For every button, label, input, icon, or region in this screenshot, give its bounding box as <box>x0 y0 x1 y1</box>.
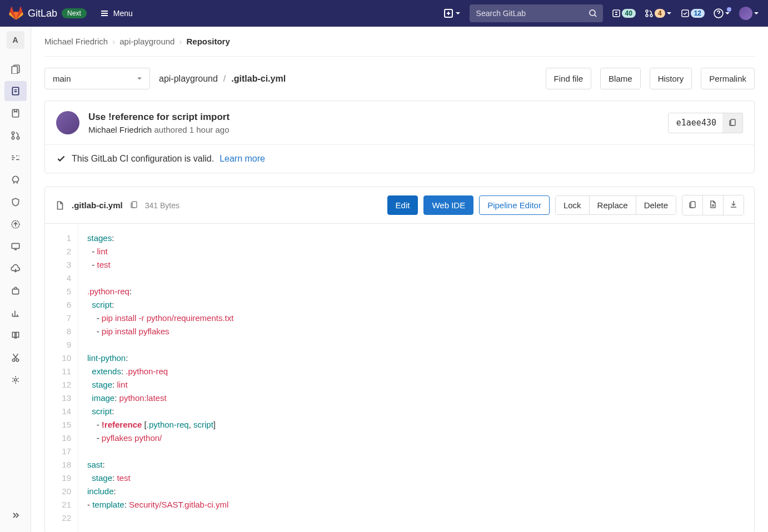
svg-point-19 <box>16 359 19 362</box>
deploy-icon <box>11 219 21 229</box>
ci-validation: This GitLab CI configuration is valid. L… <box>45 144 754 173</box>
sidebar-issues[interactable] <box>4 103 27 123</box>
breadcrumb-sep: › <box>179 37 182 46</box>
svg-point-14 <box>17 137 19 139</box>
commit-time: 1 hour ago <box>189 125 230 134</box>
svg-point-12 <box>12 132 14 134</box>
file-name: .gitlab-ci.yml <box>72 200 123 210</box>
sidebar-ci-cd[interactable] <box>4 148 27 168</box>
sidebar-security[interactable] <box>4 170 27 190</box>
sidebar-settings[interactable] <box>4 370 27 390</box>
sidebar-infrastructure[interactable] <box>4 237 27 257</box>
help-icon <box>714 8 724 18</box>
issues-count[interactable]: 40 <box>612 9 636 18</box>
search-input[interactable] <box>470 4 603 22</box>
raw-button[interactable] <box>702 195 723 215</box>
breadcrumb-sep: › <box>112 37 115 46</box>
lock-button[interactable]: Lock <box>556 196 589 214</box>
copy-contents-button[interactable] <box>682 195 702 215</box>
svg-rect-16 <box>12 243 19 248</box>
sidebar-project-info[interactable] <box>4 59 27 79</box>
ci-valid-text: This GitLab CI configuration is valid. <box>72 154 214 164</box>
commit-title[interactable]: Use !reference for script import <box>88 112 659 123</box>
sidebar-snippets[interactable] <box>4 348 27 368</box>
sidebar-toggle[interactable] <box>4 505 27 525</box>
breadcrumb-item[interactable]: Michael Friedrich <box>44 37 108 46</box>
sidebar-packages[interactable] <box>4 214 27 234</box>
sidebar-monitor[interactable] <box>4 259 27 279</box>
commit-avatar[interactable] <box>56 111 79 134</box>
pipeline-icon <box>11 153 21 163</box>
new-dropdown[interactable] <box>444 9 461 18</box>
copy-sha-button[interactable] <box>722 113 743 133</box>
info-icon <box>11 64 21 74</box>
replace-button[interactable]: Replace <box>589 196 636 214</box>
sidebar-repository[interactable] <box>4 81 27 101</box>
download-button[interactable] <box>723 195 744 215</box>
permalink-button[interactable]: Permalink <box>701 68 755 89</box>
check-icon <box>56 154 66 164</box>
delete-button[interactable]: Delete <box>636 196 676 214</box>
plus-icon <box>444 9 453 18</box>
sidebar-deployments[interactable] <box>4 192 27 212</box>
commit-sha[interactable]: e1aee430 <box>668 113 725 133</box>
code-content: stages: - lint - test .python-req: scrip… <box>78 224 242 532</box>
path-project[interactable]: api-playground <box>159 74 218 84</box>
svg-point-18 <box>12 359 15 362</box>
sidebar-merge-requests[interactable] <box>4 126 27 145</box>
brand-text: GitLab <box>28 8 57 19</box>
book-icon <box>11 330 21 340</box>
webide-button[interactable]: Web IDE <box>423 195 473 215</box>
svg-rect-11 <box>12 109 18 117</box>
file-view: .gitlab-ci.yml 341 Bytes Edit Web IDE Pi… <box>44 187 755 532</box>
svg-point-13 <box>12 137 14 139</box>
avatar <box>739 7 752 20</box>
mr-count[interactable]: 4 <box>645 9 672 18</box>
svg-point-20 <box>14 379 17 382</box>
edit-button[interactable]: Edit <box>387 195 418 215</box>
next-badge[interactable]: Next <box>62 8 87 18</box>
svg-rect-23 <box>691 202 695 208</box>
mr-badge: 4 <box>655 9 665 18</box>
branch-selector[interactable]: main <box>44 68 150 89</box>
path-file[interactable]: .gitlab-ci.yml <box>231 74 286 84</box>
sidebar-wiki[interactable] <box>4 325 27 345</box>
breadcrumb-item[interactable]: api-playground <box>119 37 174 46</box>
menu-button[interactable]: Menu <box>100 9 133 18</box>
repository-icon <box>11 86 21 96</box>
file-icon-actions <box>682 195 744 215</box>
project-avatar[interactable]: A <box>7 31 24 49</box>
package-icon <box>11 286 21 296</box>
sidebar-analytics[interactable] <box>4 303 27 323</box>
cloud-icon <box>11 264 21 274</box>
copy-path-button[interactable] <box>129 200 138 210</box>
logo[interactable]: GitLab <box>9 6 57 21</box>
sidebar-packages-registries[interactable] <box>4 281 27 301</box>
todos-count[interactable]: 12 <box>681 9 705 18</box>
chevrons-right-icon <box>11 511 20 520</box>
svg-rect-21 <box>731 119 735 126</box>
clipboard-icon <box>688 200 697 209</box>
analytics-icon <box>11 308 21 318</box>
file-header: .gitlab-ci.yml 341 Bytes Edit Web IDE Pi… <box>45 187 754 224</box>
find-file-button[interactable]: Find file <box>546 68 592 89</box>
todos-badge: 12 <box>691 9 705 18</box>
pipeline-editor-button[interactable]: Pipeline Editor <box>479 195 550 215</box>
download-icon <box>729 200 738 209</box>
commit-box: Use !reference for script import Michael… <box>44 101 755 173</box>
commit-author[interactable]: Michael Friedrich <box>88 125 152 134</box>
svg-rect-22 <box>132 202 137 208</box>
search-icon[interactable] <box>589 9 597 18</box>
help-menu[interactable] <box>714 8 730 18</box>
blame-button[interactable]: Blame <box>600 68 641 89</box>
chevron-down-icon <box>455 11 461 16</box>
rocket-icon <box>11 175 21 185</box>
ci-learn-more-link[interactable]: Learn more <box>220 154 265 164</box>
history-button[interactable]: History <box>650 68 692 89</box>
navbar: GitLab Next Menu 40 4 12 <box>0 0 768 27</box>
svg-rect-9 <box>12 67 17 74</box>
shield-icon <box>11 197 21 207</box>
menu-label: Menu <box>113 9 133 18</box>
user-menu[interactable] <box>739 7 759 20</box>
file-ops-group: Lock Replace Delete <box>555 195 676 215</box>
